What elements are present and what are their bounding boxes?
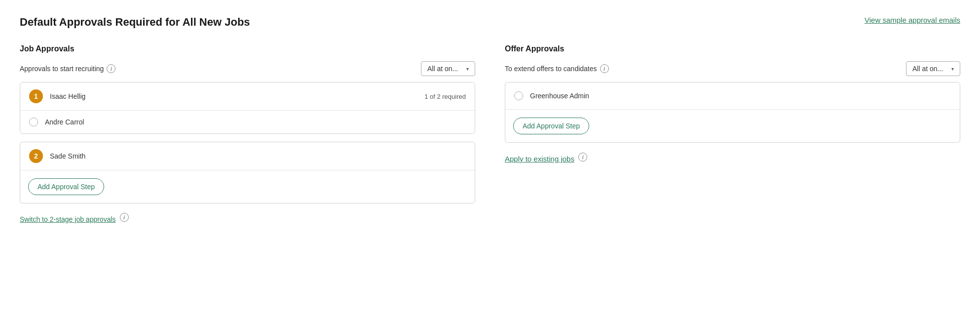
approver-name-andre: Andre Carrol — [45, 118, 466, 126]
offer-approvals-dropdown[interactable]: All at on... ▾ — [906, 61, 960, 76]
job-approvals-column: Job Approvals Approvals to start recruit… — [20, 44, 475, 223]
offer-step-greenhouse: Greenhouse Admin — [505, 82, 960, 109]
job-approvals-label-group: Approvals to start recruiting i — [20, 64, 115, 73]
approver-name-sade: Sade Smith — [50, 152, 466, 160]
job-approvals-dropdown-value: All at on... — [427, 65, 458, 73]
approver-name-isaac: Isaac Hellig — [50, 92, 417, 100]
job-step-1-andre: Andre Carrol — [20, 111, 475, 133]
step-badge-1: 1 — [29, 89, 43, 103]
job-step-2-sade: 2 Sade Smith — [20, 142, 475, 170]
job-approvals-info-icon[interactable]: i — [107, 64, 115, 73]
switch-info-icon[interactable]: i — [120, 213, 129, 222]
offer-approvals-info-icon[interactable]: i — [600, 64, 609, 73]
main-columns: Job Approvals Approvals to start recruit… — [20, 44, 960, 223]
offer-approvals-label-text: To extend offers to candidates — [505, 65, 597, 73]
switch-to-2-stage-link[interactable]: Switch to 2-stage job approvals — [20, 215, 116, 223]
page-title: Default Approvals Required for All New J… — [20, 16, 250, 29]
page-header: Default Approvals Required for All New J… — [20, 16, 960, 29]
job-approvals-step1-box: 1 Isaac Hellig 1 of 2 required Andre Car… — [20, 82, 475, 134]
job-add-approval-step-button[interactable]: Add Approval Step — [28, 178, 104, 195]
offer-approvals-label-group: To extend offers to candidates i — [505, 64, 609, 73]
approver-required-isaac: 1 of 2 required — [424, 93, 466, 100]
job-approvals-header-row: Approvals to start recruiting i All at o… — [20, 61, 475, 76]
apply-to-existing-link[interactable]: Apply to existing jobs — [505, 155, 574, 163]
offer-approver-radio[interactable] — [514, 91, 523, 100]
view-sample-link[interactable]: View sample approval emails — [865, 16, 960, 24]
offer-approvals-header-row: To extend offers to candidates i All at … — [505, 61, 960, 76]
step-badge-2: 2 — [29, 149, 43, 163]
job-step-1-isaac: 1 Isaac Hellig 1 of 2 required — [20, 82, 475, 111]
offer-approver-name: Greenhouse Admin — [530, 92, 951, 100]
offer-approvals-title: Offer Approvals — [505, 44, 960, 53]
job-approvals-step2-box: 2 Sade Smith Add Approval Step — [20, 142, 475, 204]
offer-approvals-column: Offer Approvals To extend offers to cand… — [505, 44, 960, 223]
offer-approvals-dropdown-value: All at on... — [912, 65, 943, 73]
apply-info-icon[interactable]: i — [578, 153, 587, 162]
job-approvals-dropdown[interactable]: All at on... ▾ — [421, 61, 475, 76]
offer-approvals-box: Greenhouse Admin Add Approval Step — [505, 82, 960, 143]
chevron-down-icon: ▾ — [466, 66, 469, 72]
chevron-down-icon-offer: ▾ — [951, 66, 954, 72]
job-approvals-title: Job Approvals — [20, 44, 475, 53]
approver-radio-andre[interactable] — [29, 118, 38, 126]
offer-add-approval-step-button[interactable]: Add Approval Step — [513, 118, 589, 134]
job-approvals-label-text: Approvals to start recruiting — [20, 65, 104, 73]
